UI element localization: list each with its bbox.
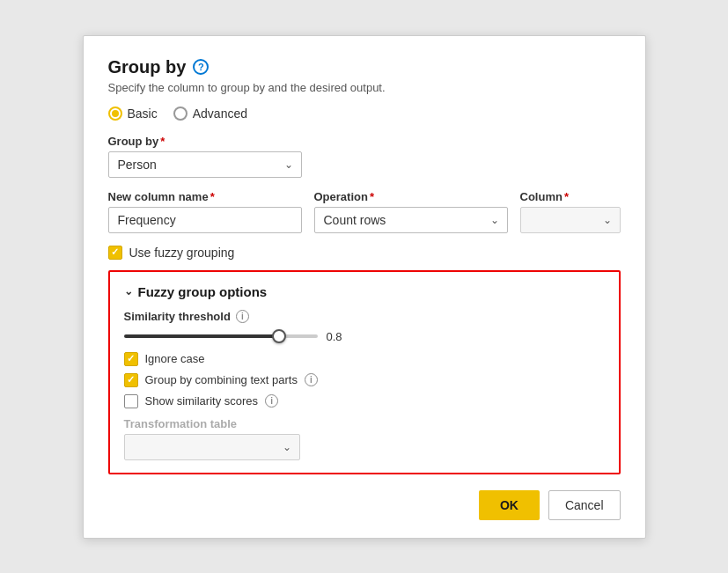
- column-select-wrapper: ⌄: [520, 207, 621, 233]
- slider-value: 0.8: [327, 330, 351, 343]
- group-combining-label: Group by combining text parts: [145, 373, 298, 386]
- cancel-button[interactable]: Cancel: [548, 490, 621, 520]
- show-similarity-info-icon[interactable]: i: [265, 394, 278, 408]
- radio-basic[interactable]: Basic: [108, 107, 158, 121]
- slider-thumb[interactable]: [272, 329, 286, 343]
- transformation-section: Transformation table ⌄: [124, 417, 605, 460]
- dialog-footer: OK Cancel: [108, 490, 621, 520]
- transformation-select[interactable]: [124, 434, 300, 460]
- radio-basic-input[interactable]: [108, 107, 122, 121]
- new-column-label: New column name*: [108, 190, 302, 203]
- radio-advanced-input[interactable]: [173, 107, 188, 121]
- show-similarity-row: Show similarity scores i: [124, 394, 605, 408]
- group-by-field-label: Group by*: [108, 135, 621, 148]
- group-combining-checkbox[interactable]: [124, 373, 138, 387]
- similarity-threshold-row: Similarity threshold i: [124, 310, 605, 323]
- fuzzy-grouping-row: Use fuzzy grouping: [108, 246, 621, 260]
- collapse-icon[interactable]: ⌄: [124, 285, 133, 298]
- similarity-info-icon[interactable]: i: [236, 310, 249, 323]
- fuzzy-section-header: ⌄ Fuzzy group options: [124, 284, 605, 299]
- ignore-case-row: Ignore case: [124, 352, 605, 366]
- columns-row: New column name* Operation* Count rows ⌄…: [108, 190, 621, 233]
- fuzzy-grouping-label: Use fuzzy grouping: [129, 246, 235, 260]
- column-section: Column* ⌄: [520, 190, 621, 233]
- group-by-section: Group by* Person ⌄: [108, 135, 621, 178]
- mode-radio-group: Basic Advanced: [108, 107, 621, 121]
- similarity-slider[interactable]: [124, 334, 318, 338]
- fuzzy-grouping-checkbox[interactable]: [108, 246, 122, 260]
- operation-select-wrapper: Count rows ⌄: [314, 207, 508, 233]
- ignore-case-label: Ignore case: [145, 352, 205, 365]
- fuzzy-group-options-section: ⌄ Fuzzy group options Similarity thresho…: [108, 270, 621, 474]
- group-by-select-wrapper: Person ⌄: [108, 151, 302, 178]
- group-combining-row: Group by combining text parts i: [124, 373, 605, 387]
- similarity-threshold-label: Similarity threshold: [124, 310, 231, 323]
- ok-button[interactable]: OK: [479, 490, 540, 520]
- dialog-title: Group by: [108, 57, 187, 77]
- group-combining-info-icon[interactable]: i: [305, 373, 318, 386]
- new-column-section: New column name*: [108, 190, 302, 233]
- operation-section: Operation* Count rows ⌄: [314, 190, 508, 233]
- group-by-select[interactable]: Person: [108, 151, 302, 178]
- slider-row: 0.8: [124, 330, 605, 343]
- show-similarity-label: Show similarity scores: [145, 394, 259, 408]
- show-similarity-checkbox[interactable]: [124, 394, 138, 408]
- new-column-input[interactable]: [108, 207, 302, 233]
- help-icon[interactable]: ?: [193, 59, 209, 75]
- transformation-label: Transformation table: [124, 417, 605, 430]
- radio-basic-label: Basic: [128, 107, 158, 121]
- group-by-dialog: Group by ? Specify the column to group b…: [83, 35, 646, 539]
- operation-select[interactable]: Count rows: [314, 207, 508, 233]
- column-select[interactable]: [520, 207, 621, 233]
- column-label: Column*: [520, 190, 621, 203]
- radio-advanced[interactable]: Advanced: [173, 107, 247, 121]
- ignore-case-checkbox[interactable]: [124, 352, 138, 366]
- operation-label: Operation*: [314, 190, 508, 203]
- transformation-select-wrapper: ⌄: [124, 434, 300, 460]
- dialog-subtitle: Specify the column to group by and the d…: [108, 81, 621, 94]
- radio-advanced-label: Advanced: [193, 107, 247, 121]
- fuzzy-section-title: Fuzzy group options: [138, 284, 268, 299]
